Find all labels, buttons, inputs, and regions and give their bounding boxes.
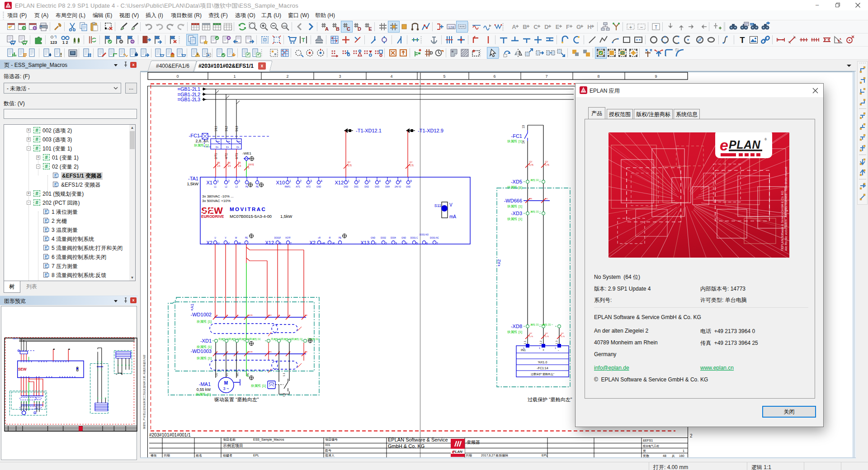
svg-text:DO01-C: DO01-C [410, 237, 418, 239]
svg-text:#203#101#01#001/1: #203#101#01#001/1 [149, 432, 191, 437]
svg-text:1,5kW: 1,5kW [187, 182, 198, 186]
svg-text:C: C [533, 24, 538, 30]
svg-text:1: 1 [555, 347, 556, 349]
svg-text:2: 2 [690, 433, 693, 438]
svg-text:X13: X13 [360, 240, 369, 245]
svg-text:3 ~: 3 ~ [223, 386, 229, 391]
svg-text:DO01-NO: DO01-NO [420, 234, 429, 236]
svg-text:128: 128 [448, 25, 454, 29]
svg-text:X1: X1 [207, 180, 212, 185]
svg-text:0,75: 0,75 [561, 335, 565, 338]
svg-text:块属性 [1]: 块属性 [1] [196, 356, 212, 360]
svg-text:1 2: 1 2 [62, 40, 68, 45]
svg-text:D: D [358, 26, 361, 32]
svg-text:GY: GY [561, 332, 564, 334]
svg-text:V: V [449, 202, 453, 207]
svg-text:DI01: DI01 [354, 186, 359, 188]
svg-text:1.3: 1.3 [555, 340, 558, 344]
svg-text:GY: GY [529, 332, 532, 334]
svg-text:V: V [225, 237, 226, 239]
svg-text:3: 3 [395, 242, 397, 245]
svg-text:+R: +R [321, 242, 325, 245]
svg-text:3: 3 [310, 179, 312, 183]
svg-text:7: 7 [290, 242, 292, 245]
svg-text:DO02: DO02 [381, 237, 386, 239]
svg-text:变频器: 变频器 [467, 440, 480, 445]
svg-text:9: 9 [655, 74, 657, 79]
svg-text:+: + [542, 348, 544, 352]
svg-text:L2: L2 [225, 186, 227, 188]
svg-text:驱动装置 “磨舱向左”: 驱动装置 “磨舱向左” [214, 397, 259, 402]
svg-text:DI04: DI04 [385, 186, 390, 188]
svg-text:C: C [347, 26, 350, 32]
svg-text:6: 6 [426, 242, 428, 245]
svg-text:L1: L1 [214, 186, 217, 188]
svg-text:100: 100 [282, 25, 287, 28]
svg-text:MC07B0015-5A3-4-00: MC07B0015-5A3-4-00 [230, 214, 272, 219]
svg-text:T: T [740, 36, 745, 45]
svg-text:0,55 kW: 0,55 kW [197, 387, 211, 392]
svg-text:BN: BN [529, 197, 532, 200]
svg-text:e: e [720, 136, 728, 154]
svg-text:5: 5 [416, 242, 418, 245]
svg-text:-WD1003: -WD1003 [191, 348, 212, 354]
svg-text:RWF1: RWF1 [285, 186, 291, 188]
svg-text:U: U [214, 237, 216, 239]
svg-text:属性 [1] ~: 属性 [1] ~ [530, 179, 541, 181]
svg-text:过载保护“磨舱向左”: 过载保护“磨舱向左” [531, 372, 554, 376]
svg-text:PE: PE [245, 237, 248, 239]
svg-text:8: 8 [597, 74, 599, 79]
svg-text:6: 6 [279, 242, 281, 245]
svg-text:SEW: SEW [18, 367, 27, 371]
svg-text:=GB1-2L1: =GB1-2L1 [178, 86, 200, 92]
svg-text:+: + [629, 24, 632, 30]
svg-text:123: 123 [50, 40, 57, 45]
svg-text:1/L1: 1/L1 [214, 126, 217, 132]
svg-text:X2: X2 [207, 240, 212, 245]
svg-text:®: ® [764, 138, 767, 141]
svg-text:GNYE: GNYE [248, 164, 254, 166]
svg-text:X12: X12 [265, 240, 274, 245]
svg-text:1,5kW: 1,5kW [280, 214, 292, 219]
svg-text:SH1: SH1 [268, 314, 272, 316]
svg-text:GY: GY [545, 332, 548, 334]
svg-text:2017,6,27: 2017,6,27 [481, 454, 495, 457]
svg-text:-TA1: -TA1 [188, 176, 198, 181]
svg-text:0,75: 0,75 [545, 335, 549, 338]
svg-text:1.2: 1.2 [283, 393, 285, 397]
svg-text:AIT1: AIT1 [296, 186, 300, 188]
svg-text:7: 7 [545, 74, 547, 79]
svg-text:块属性 [1]: 块属性 [1] [507, 139, 522, 143]
svg-text:-WE1: -WE1 [242, 151, 252, 155]
svg-text:001: 001 [325, 443, 330, 446]
svg-text:7: 7 [436, 242, 438, 245]
svg-text:PE: PE [245, 186, 248, 188]
svg-text:-R: -R [331, 242, 335, 245]
svg-text:0,75: 0,75 [529, 335, 533, 338]
svg-text:E: E [555, 24, 559, 30]
svg-text:Alle Rechte vorbehalten . All: Alle Rechte vorbehalten . All rights res… [784, 166, 788, 251]
svg-text:I>: I> [236, 145, 240, 149]
svg-text:PE: PE [256, 186, 259, 188]
svg-text:GY: GY [529, 161, 533, 163]
svg-text:=GB1-2L3: =GB1-2L3 [178, 97, 200, 102]
svg-text:4: 4 [406, 242, 407, 245]
svg-text:%X1.0: %X1.0 [538, 361, 547, 364]
svg-text:-MA1: -MA1 [199, 381, 211, 387]
svg-text:批准人: 批准人 [325, 454, 335, 457]
svg-text:4: 4 [321, 179, 322, 183]
svg-text:5/L3: 5/L3 [235, 126, 238, 132]
svg-text:6: 6 [248, 167, 250, 169]
svg-text:保密性, 严令禁止您转发到第三方以及复制本文档, 利用及传递: 保密性, 严令禁止您转发到第三方以及复制本文档, 利用及传递其内容 [143, 354, 146, 429]
svg-text:-: - [558, 348, 559, 352]
svg-text:I>: I> [216, 145, 219, 149]
svg-text:DO04: DO04 [391, 237, 396, 239]
svg-text:2,5: 2,5 [228, 165, 231, 167]
svg-text:VO7F: VO7F [285, 237, 291, 239]
svg-text:块属性 [1]: 块属性 [1] [250, 384, 266, 388]
svg-text:属性 [1] ~○属性 [1] ~: 属性 [1] ~○属性 [1] ~ [530, 323, 553, 326]
svg-text:过载保护 “磨舱向左”: 过载保护 “磨舱向左” [528, 397, 572, 402]
svg-text:0,75: 0,75 [529, 164, 533, 166]
svg-text:8: 8 [400, 179, 401, 183]
svg-text:U: U [217, 242, 219, 245]
